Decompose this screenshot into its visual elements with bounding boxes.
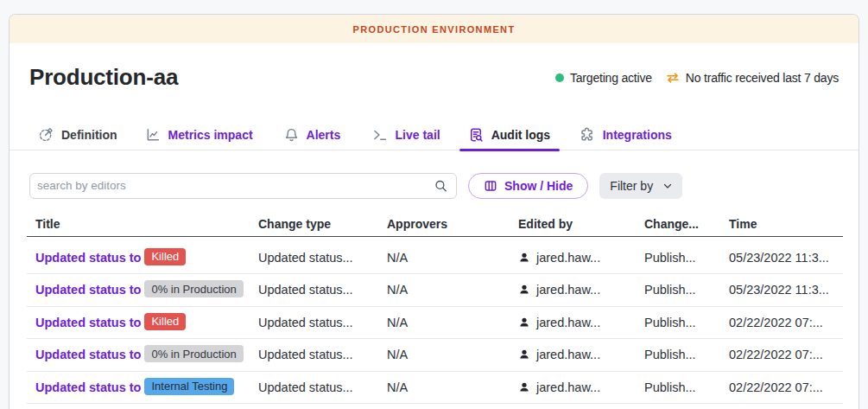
- title-cell: Updated status toKilled: [27, 237, 250, 274]
- audit-log-icon: [468, 127, 484, 143]
- header-status-group: Targeting active No traffic received las…: [555, 71, 839, 85]
- tab-definition-label: Definition: [61, 128, 117, 142]
- change-cell: Publish...: [636, 306, 720, 339]
- time-cell: 02/22/2022 07:...: [720, 371, 843, 404]
- puzzle-icon: [579, 127, 595, 143]
- table-body: Updated status toKilled Updated status..…: [27, 237, 843, 404]
- tab-audit-logs[interactable]: Audit logs: [459, 127, 560, 150]
- tab-integrations[interactable]: Integrations: [570, 127, 682, 150]
- targeting-status-label: Targeting active: [570, 71, 652, 85]
- chart-icon: [145, 127, 161, 143]
- person-icon: [518, 252, 530, 264]
- edited-by-cell: jared.haw...: [510, 371, 636, 404]
- show-hide-button[interactable]: Show / Hide: [468, 173, 588, 199]
- targeting-status: Targeting active: [555, 71, 652, 85]
- change-cell: Publish...: [636, 237, 720, 274]
- tab-live-tail[interactable]: Live tail: [364, 127, 449, 150]
- time-cell: 05/23/2022 11:3...: [720, 237, 843, 274]
- approvers-cell: N/A: [378, 371, 510, 404]
- change-cell: Publish...: [636, 339, 720, 372]
- column-header-time[interactable]: Time: [720, 209, 843, 237]
- search-input[interactable]: [29, 173, 457, 199]
- tab-definition[interactable]: Definition: [29, 127, 126, 150]
- tab-live-tail-label: Live tail: [396, 128, 440, 142]
- approvers-cell: N/A: [378, 306, 510, 339]
- page-header: Production-aa Targeting active No traffi…: [10, 43, 858, 91]
- production-environment-banner: PRODUCTION ENVIRONMENT: [10, 15, 858, 43]
- edited-by-cell: jared.haw...: [510, 306, 636, 339]
- edited-by-cell: jared.haw...: [510, 274, 636, 307]
- title-link[interactable]: Updated status to: [35, 348, 141, 361]
- terminal-icon: [372, 127, 388, 143]
- page-title: Production-aa: [29, 64, 178, 91]
- editor-name: jared.haw...: [536, 348, 600, 361]
- table-row[interactable]: Updated status toKilled Updated status..…: [27, 306, 843, 339]
- column-header-edited-by[interactable]: Edited by: [510, 209, 636, 237]
- time-cell: 02/22/2022 07:...: [720, 339, 843, 372]
- title-cell: Updated status toInternal Testing: [27, 371, 250, 404]
- title-link[interactable]: Updated status to: [35, 380, 141, 393]
- table-row[interactable]: Updated status to0% in Production Update…: [27, 339, 843, 372]
- title-link[interactable]: Updated status to: [35, 250, 141, 264]
- tab-alerts[interactable]: Alerts: [276, 127, 353, 150]
- show-hide-label: Show / Hide: [504, 179, 573, 193]
- audit-log-table: Title Change type Approvers Edited by Ch…: [27, 209, 843, 404]
- edited-by-cell: jared.haw...: [510, 237, 636, 274]
- tab-alerts-label: Alerts: [307, 128, 341, 142]
- columns-icon: [484, 179, 497, 193]
- title-link[interactable]: Updated status to: [35, 283, 141, 297]
- status-badge: Killed: [144, 248, 186, 265]
- tab-audit-logs-label: Audit logs: [491, 128, 550, 142]
- approvers-cell: N/A: [378, 274, 510, 307]
- title-cell: Updated status to0% in Production: [27, 339, 250, 372]
- tab-bar: Definition Metrics impact Alerts: [10, 127, 858, 150]
- column-header-title[interactable]: Title: [27, 209, 250, 237]
- search-wrap: [29, 173, 457, 199]
- chevron-down-icon: [662, 181, 673, 191]
- tab-metrics-impact-label: Metrics impact: [168, 128, 253, 142]
- column-header-approvers[interactable]: Approvers: [378, 209, 510, 237]
- banner-label: PRODUCTION ENVIRONMENT: [353, 24, 516, 35]
- table-header-row: Title Change type Approvers Edited by Ch…: [27, 209, 843, 237]
- editor-name: jared.haw...: [536, 283, 600, 297]
- editor-name: jared.haw...: [536, 316, 600, 329]
- approvers-cell: N/A: [378, 237, 510, 274]
- status-badge: 0% in Production: [144, 345, 243, 362]
- flag-card: PRODUCTION ENVIRONMENT Production-aa Tar…: [9, 14, 859, 409]
- traffic-status: No traffic received last 7 days: [666, 71, 839, 85]
- tab-metrics-impact[interactable]: Metrics impact: [136, 127, 265, 150]
- person-icon: [518, 316, 530, 329]
- editor-name: jared.haw...: [536, 380, 600, 394]
- title-cell: Updated status to0% in Production: [27, 274, 250, 307]
- edited-by-cell: jared.haw...: [510, 339, 636, 372]
- change-type-cell: Updated status...: [250, 237, 378, 274]
- change-type-cell: Updated status...: [250, 274, 378, 307]
- search-icon: [434, 178, 448, 193]
- title-cell: Updated status toKilled: [27, 306, 250, 339]
- target-icon: [38, 127, 54, 143]
- column-header-change[interactable]: Change...: [636, 209, 720, 237]
- filter-by-button[interactable]: Filter by: [599, 173, 682, 199]
- table-row[interactable]: Updated status toKilled Updated status..…: [27, 237, 843, 274]
- title-link[interactable]: Updated status to: [35, 315, 141, 329]
- time-cell: 05/23/2022 11:3...: [720, 274, 843, 307]
- change-cell: Publish...: [636, 371, 720, 404]
- time-cell: 02/22/2022 07:...: [720, 306, 843, 339]
- change-type-cell: Updated status...: [250, 339, 378, 372]
- traffic-status-label: No traffic received last 7 days: [686, 71, 839, 85]
- filter-by-label: Filter by: [610, 179, 653, 193]
- table-row[interactable]: Updated status to0% in Production Update…: [27, 274, 843, 307]
- person-icon: [518, 284, 530, 296]
- editor-name: jared.haw...: [536, 251, 600, 265]
- column-header-change-type[interactable]: Change type: [250, 209, 378, 237]
- traffic-arrows-icon: [666, 71, 680, 85]
- change-cell: Publish...: [636, 274, 720, 307]
- change-type-cell: Updated status...: [250, 306, 378, 339]
- status-badge: 0% in Production: [144, 280, 243, 297]
- tab-integrations-label: Integrations: [603, 128, 672, 142]
- table-row[interactable]: Updated status toInternal Testing Update…: [27, 371, 843, 404]
- person-icon: [518, 381, 530, 393]
- status-badge: Killed: [144, 313, 186, 330]
- status-badge: Internal Testing: [144, 378, 234, 395]
- green-dot-icon: [555, 73, 564, 82]
